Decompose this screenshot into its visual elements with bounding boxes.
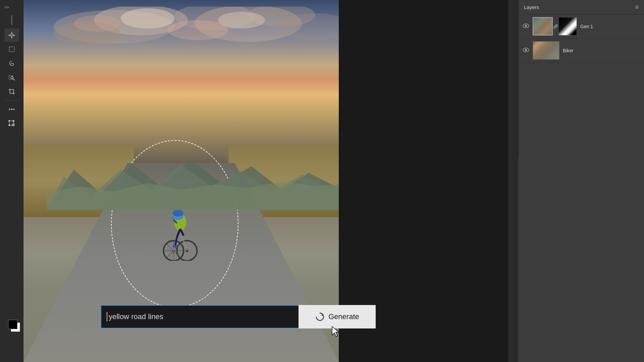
svg-point-51: [525, 49, 527, 51]
foreground-color-swatch[interactable]: [8, 320, 17, 329]
layer-visibility-biker[interactable]: [523, 47, 529, 54]
svg-point-49: [525, 25, 527, 27]
layer-visibility-gen1[interactable]: [523, 23, 529, 30]
svg-point-42: [13, 109, 14, 110]
scroll-indicator: [11, 15, 12, 25]
move-tool[interactable]: [4, 28, 19, 42]
layer-item-gen1[interactable]: 🔗 Gen 1: [519, 14, 644, 39]
tool-separator-1: [5, 100, 18, 101]
layers-panel: Layers ≡ 🔗 Gen 1 Biker: [518, 0, 644, 158]
layer-item-biker[interactable]: Biker: [519, 39, 644, 63]
svg-point-35: [172, 245, 178, 248]
crop-icon: [8, 88, 15, 95]
lasso-tool[interactable]: [4, 57, 19, 70]
layer-link-icon: 🔗: [553, 24, 558, 29]
svg-rect-36: [11, 34, 13, 36]
gen1-thumbnail-group: 🔗: [533, 17, 577, 36]
transform-tool[interactable]: [4, 117, 19, 130]
generate-button[interactable]: Generate: [299, 305, 376, 328]
layers-header: Layers ≡: [519, 0, 644, 14]
gen1-mask-thumb: [558, 17, 577, 36]
more-tools[interactable]: [4, 103, 19, 116]
layers-panel-title: Layers: [524, 4, 539, 10]
prompt-text-input[interactable]: [109, 312, 293, 321]
generation-bar: Generate: [101, 305, 376, 328]
move-icon: [8, 32, 15, 39]
marquee-icon: [8, 46, 15, 53]
lasso-icon: [8, 60, 15, 67]
generate-sparkle-icon: [315, 312, 325, 322]
svg-marker-52: [332, 326, 339, 337]
crop-tool[interactable]: [4, 85, 19, 98]
eye-icon-gen1: [523, 23, 529, 28]
text-cursor: [107, 312, 107, 321]
eye-icon-biker: [523, 48, 529, 52]
object-selection-tool[interactable]: [4, 71, 19, 84]
color-swatches[interactable]: [8, 320, 23, 335]
svg-point-34: [172, 210, 183, 217]
transform-icon: [8, 120, 15, 127]
layers-menu-icon[interactable]: ≡: [635, 4, 639, 10]
clouds-svg: [47, 7, 339, 74]
biker-figure: [158, 174, 202, 261]
svg-point-41: [11, 109, 12, 110]
svg-rect-44: [12, 124, 14, 126]
svg-point-40: [9, 109, 10, 110]
mouse-cursor: [331, 326, 341, 336]
object-selection-icon: [8, 74, 15, 81]
svg-point-46: [13, 120, 14, 122]
more-tools-icon: [8, 106, 15, 113]
svg-point-39: [11, 76, 13, 79]
toolbar-toggle-label: >>: [4, 5, 9, 10]
far-right-strip: [508, 0, 518, 362]
layer-name-gen1: Gen 1: [580, 24, 640, 29]
prompt-input-wrapper[interactable]: [101, 305, 299, 328]
generate-label: Generate: [328, 312, 359, 321]
svg-line-30: [175, 237, 177, 246]
layer-name-biker: Biker: [563, 48, 640, 53]
gen1-layer-thumb: [533, 17, 553, 36]
left-toolbar: >>: [0, 0, 23, 362]
svg-point-7: [121, 8, 174, 28]
svg-point-45: [8, 120, 10, 122]
marquee-tool[interactable]: [4, 43, 19, 56]
svg-point-47: [8, 125, 10, 126]
svg-point-9: [168, 20, 228, 40]
svg-rect-43: [9, 121, 13, 125]
toolbar-toggle[interactable]: >>: [2, 3, 22, 11]
svg-point-10: [74, 15, 121, 32]
svg-rect-37: [9, 47, 14, 52]
biker-layer-thumb: [533, 41, 559, 60]
